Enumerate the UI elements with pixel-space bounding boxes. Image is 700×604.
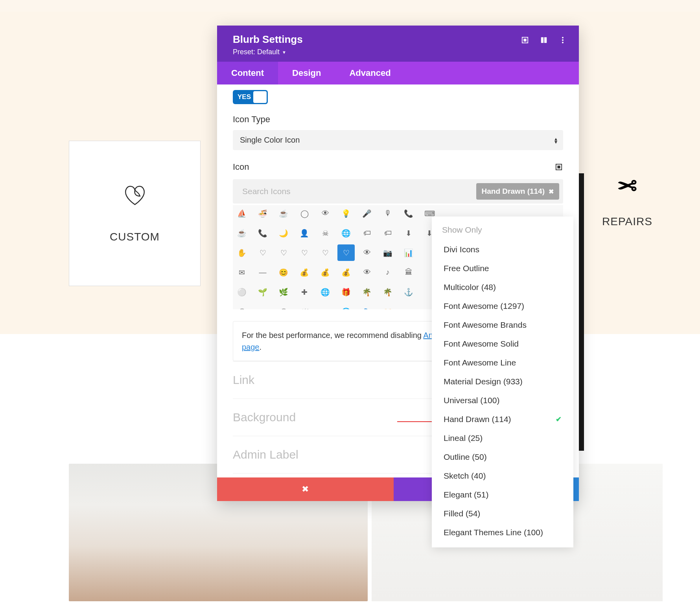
icon-option[interactable]: 🎤 bbox=[362, 208, 372, 218]
dropdown-item[interactable]: Material Design (933) bbox=[432, 372, 573, 391]
icon-option[interactable]: 🌐 bbox=[320, 287, 330, 297]
tab-content[interactable]: Content bbox=[217, 62, 278, 84]
modal-title: Blurb Settings bbox=[233, 33, 303, 46]
icon-option[interactable]: ♡ bbox=[258, 248, 268, 258]
icon-option[interactable]: ♡ bbox=[299, 248, 309, 258]
dropdown-item-label: Outline (50) bbox=[444, 452, 487, 462]
icon-option[interactable]: 📷 bbox=[383, 248, 393, 258]
dropdown-item[interactable]: Multicolor (48) bbox=[432, 278, 573, 297]
expand-icon[interactable] bbox=[521, 36, 529, 44]
icon-option[interactable]: 🏷 bbox=[362, 228, 372, 238]
preset-label: Preset: Default bbox=[233, 48, 280, 56]
icon-option[interactable]: ☠ bbox=[320, 228, 330, 238]
icon-option[interactable]: 📊 bbox=[403, 248, 414, 258]
preset-selector[interactable]: Preset: Default ▼ bbox=[233, 48, 303, 56]
dropdown-item[interactable]: Free Outline bbox=[432, 259, 573, 278]
icon-expand-icon[interactable] bbox=[554, 163, 563, 171]
dropdown-item[interactable]: Outline (50) bbox=[432, 448, 573, 466]
dropdown-item[interactable]: Font Awesome Solid bbox=[432, 334, 573, 353]
close-icon[interactable]: ✖ bbox=[549, 188, 554, 195]
icon-option[interactable]: 👁 bbox=[320, 208, 330, 218]
icon-option[interactable]: ⬚ bbox=[403, 307, 414, 309]
icon-option[interactable]: 😊 bbox=[278, 267, 289, 277]
icon-option[interactable]: 📁 bbox=[383, 307, 393, 309]
icon-option[interactable]: ✋ bbox=[237, 248, 247, 258]
icon-option[interactable]: 👁 bbox=[362, 248, 372, 258]
icon-option[interactable]: 🌱 bbox=[258, 287, 268, 297]
dropdown-item[interactable]: Filled (54) bbox=[432, 504, 573, 523]
icon-option[interactable]: 🦋 bbox=[299, 307, 309, 309]
icon-option[interactable]: ☕ bbox=[278, 208, 289, 218]
icon-option[interactable]: 📞 bbox=[258, 228, 268, 238]
dropdown-item-label: Multicolor (48) bbox=[444, 283, 496, 292]
icon-option[interactable]: ☕ bbox=[237, 228, 247, 238]
dropdown-item[interactable]: Font Awesome (1297) bbox=[432, 297, 573, 316]
select-caret-icon: ▴▾ bbox=[554, 137, 556, 143]
filter-chip[interactable]: Hand Drawn (114) ✖ bbox=[476, 183, 559, 200]
scissors-icon: ✂ bbox=[617, 172, 637, 200]
icon-option[interactable]: 🏛 bbox=[403, 267, 414, 277]
icon-option[interactable]: ✉ bbox=[237, 267, 247, 277]
dropdown-item-label: Font Awesome (1297) bbox=[444, 301, 524, 311]
icon-option[interactable]: ⛵ bbox=[237, 208, 247, 218]
icon-option[interactable]: ◇ bbox=[320, 307, 330, 309]
dropdown-item[interactable]: Universal (100) bbox=[432, 391, 573, 410]
icon-option[interactable]: 🌙 bbox=[278, 228, 289, 238]
icon-option[interactable]: 🎭 bbox=[362, 307, 372, 309]
use-icon-toggle[interactable]: YES bbox=[233, 90, 268, 104]
card-repairs-label: REPAIRS bbox=[602, 215, 652, 228]
icon-option[interactable]: 🏷 bbox=[383, 228, 393, 238]
icon-option[interactable]: 📞 bbox=[403, 208, 414, 218]
icon-option[interactable]: 💡 bbox=[341, 208, 351, 218]
icon-search-input[interactable] bbox=[242, 187, 476, 196]
icon-option[interactable]: 🌿 bbox=[278, 287, 289, 297]
icon-option[interactable]: 🌐 bbox=[341, 307, 351, 309]
icon-option[interactable]: 💰 bbox=[299, 267, 309, 277]
icon-option[interactable]: 💰 bbox=[320, 267, 330, 277]
dropdown-item[interactable]: Font Awesome Line bbox=[432, 353, 573, 372]
icon-option[interactable]: ⚓ bbox=[403, 287, 414, 297]
icon-option[interactable]: 🌴 bbox=[383, 287, 393, 297]
dropdown-item[interactable]: Sketch (40) bbox=[432, 466, 573, 485]
icon-option[interactable]: ⚪ bbox=[237, 287, 247, 297]
icon-option[interactable]: ♡ bbox=[278, 248, 289, 258]
icon-option[interactable]: ♡ bbox=[337, 244, 355, 261]
icon-type-select[interactable]: Single Color Icon ▴▾ bbox=[233, 130, 563, 150]
icon-option[interactable]: ♪ bbox=[383, 267, 393, 277]
close-icon: ✖ bbox=[302, 484, 309, 494]
icon-option[interactable]: ⬇ bbox=[403, 228, 414, 238]
icon-option[interactable]: — bbox=[258, 267, 268, 277]
icon-option[interactable]: 🍜 bbox=[258, 208, 268, 218]
dropdown-item-label: Filled (54) bbox=[444, 509, 480, 518]
dropdown-item[interactable]: Elegant (51) bbox=[432, 485, 573, 504]
icon-option[interactable]: ◐ bbox=[258, 307, 268, 309]
card-custom-label: CUSTOM bbox=[110, 231, 160, 243]
dropdown-item[interactable]: Divi Icons bbox=[432, 240, 573, 259]
icon-option[interactable]: 🎁 bbox=[341, 287, 351, 297]
icon-option[interactable]: ◯ bbox=[278, 307, 289, 309]
dropdown-item[interactable]: Lineal (25) bbox=[432, 429, 573, 448]
dropdown-item[interactable]: Hand Drawn (114)✔ bbox=[432, 410, 573, 429]
svg-point-4 bbox=[562, 37, 564, 39]
dropdown-item-label: Font Awesome Line bbox=[444, 358, 516, 367]
dropdown-item[interactable]: Elegant Themes Line (100) bbox=[432, 523, 573, 542]
icon-option[interactable]: ✚ bbox=[299, 287, 309, 297]
icon-option[interactable]: ◯ bbox=[237, 307, 247, 309]
more-icon[interactable] bbox=[558, 36, 567, 44]
icon-option[interactable]: 💰 bbox=[341, 267, 351, 277]
card-repairs: ✂ REPAIRS bbox=[592, 141, 663, 286]
icon-option[interactable]: 👁 bbox=[362, 267, 372, 277]
icon-option[interactable]: ♡ bbox=[320, 248, 330, 258]
check-icon: ✔ bbox=[556, 415, 562, 424]
icon-option[interactable]: 👤 bbox=[299, 228, 309, 238]
icon-option[interactable]: 🌐 bbox=[341, 228, 351, 238]
icon-option[interactable]: ◯ bbox=[299, 208, 309, 218]
cancel-button[interactable]: ✖ bbox=[217, 477, 394, 501]
layout-icon[interactable] bbox=[540, 36, 548, 44]
dropdown-item[interactable]: Font Awesome Brands bbox=[432, 316, 573, 334]
icon-option[interactable]: 🌴 bbox=[362, 287, 372, 297]
tab-advanced[interactable]: Advanced bbox=[335, 62, 405, 84]
dropdown-item-label: Free Outline bbox=[444, 264, 489, 273]
icon-option[interactable]: 🎙 bbox=[383, 208, 393, 218]
tab-design[interactable]: Design bbox=[278, 62, 335, 84]
